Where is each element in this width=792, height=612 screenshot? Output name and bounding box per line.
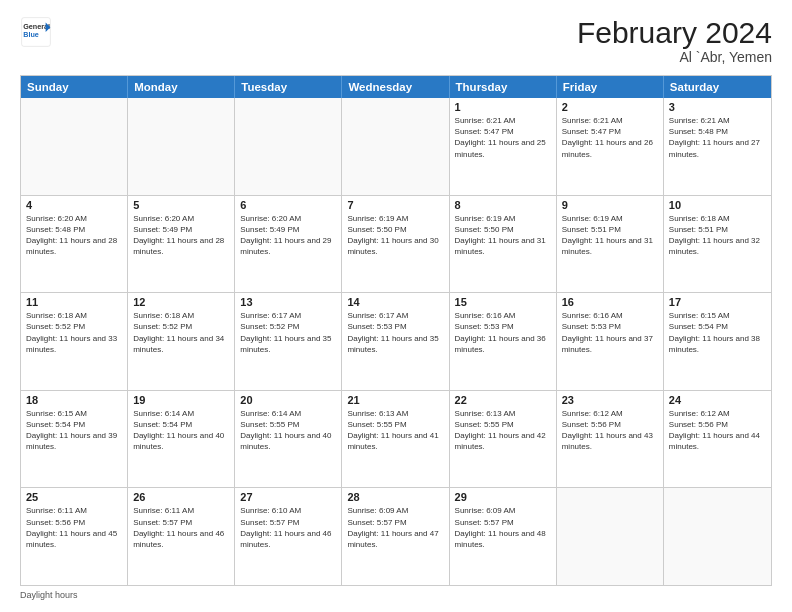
day-number: 13 bbox=[240, 296, 336, 308]
day-number: 4 bbox=[26, 199, 122, 211]
day-number: 28 bbox=[347, 491, 443, 503]
footer-note: Daylight hours bbox=[20, 590, 772, 600]
calendar-header-cell: Monday bbox=[128, 76, 235, 98]
day-number: 27 bbox=[240, 491, 336, 503]
page-subtitle: Al `Abr, Yemen bbox=[577, 49, 772, 65]
calendar-row: 4Sunrise: 6:20 AMSunset: 5:48 PMDaylight… bbox=[21, 195, 771, 293]
day-number: 6 bbox=[240, 199, 336, 211]
day-number: 29 bbox=[455, 491, 551, 503]
calendar-cell: 20Sunrise: 6:14 AMSunset: 5:55 PMDayligh… bbox=[235, 391, 342, 488]
cell-info: Sunrise: 6:20 AMSunset: 5:49 PMDaylight:… bbox=[240, 213, 336, 258]
calendar-row: 18Sunrise: 6:15 AMSunset: 5:54 PMDayligh… bbox=[21, 390, 771, 488]
calendar-cell: 27Sunrise: 6:10 AMSunset: 5:57 PMDayligh… bbox=[235, 488, 342, 585]
logo-icon: General Blue bbox=[20, 16, 52, 48]
calendar-cell: 19Sunrise: 6:14 AMSunset: 5:54 PMDayligh… bbox=[128, 391, 235, 488]
cell-info: Sunrise: 6:18 AMSunset: 5:51 PMDaylight:… bbox=[669, 213, 766, 258]
cell-info: Sunrise: 6:14 AMSunset: 5:55 PMDaylight:… bbox=[240, 408, 336, 453]
cell-info: Sunrise: 6:21 AMSunset: 5:48 PMDaylight:… bbox=[669, 115, 766, 160]
calendar-cell: 8Sunrise: 6:19 AMSunset: 5:50 PMDaylight… bbox=[450, 196, 557, 293]
day-number: 2 bbox=[562, 101, 658, 113]
header: General Blue February 2024 Al `Abr, Yeme… bbox=[20, 16, 772, 65]
calendar-row: 25Sunrise: 6:11 AMSunset: 5:56 PMDayligh… bbox=[21, 487, 771, 585]
day-number: 24 bbox=[669, 394, 766, 406]
calendar-header: SundayMondayTuesdayWednesdayThursdayFrid… bbox=[21, 76, 771, 98]
calendar-header-cell: Thursday bbox=[450, 76, 557, 98]
day-number: 7 bbox=[347, 199, 443, 211]
calendar-cell: 6Sunrise: 6:20 AMSunset: 5:49 PMDaylight… bbox=[235, 196, 342, 293]
calendar-cell: 9Sunrise: 6:19 AMSunset: 5:51 PMDaylight… bbox=[557, 196, 664, 293]
calendar-header-cell: Tuesday bbox=[235, 76, 342, 98]
calendar-cell: 13Sunrise: 6:17 AMSunset: 5:52 PMDayligh… bbox=[235, 293, 342, 390]
cell-info: Sunrise: 6:19 AMSunset: 5:51 PMDaylight:… bbox=[562, 213, 658, 258]
calendar-cell-empty bbox=[128, 98, 235, 195]
calendar-cell: 23Sunrise: 6:12 AMSunset: 5:56 PMDayligh… bbox=[557, 391, 664, 488]
calendar-cell: 18Sunrise: 6:15 AMSunset: 5:54 PMDayligh… bbox=[21, 391, 128, 488]
calendar-cell: 7Sunrise: 6:19 AMSunset: 5:50 PMDaylight… bbox=[342, 196, 449, 293]
day-number: 11 bbox=[26, 296, 122, 308]
calendar-cell-empty bbox=[235, 98, 342, 195]
calendar-body: 1Sunrise: 6:21 AMSunset: 5:47 PMDaylight… bbox=[21, 98, 771, 585]
calendar-cell: 28Sunrise: 6:09 AMSunset: 5:57 PMDayligh… bbox=[342, 488, 449, 585]
calendar-cell: 10Sunrise: 6:18 AMSunset: 5:51 PMDayligh… bbox=[664, 196, 771, 293]
calendar-row: 1Sunrise: 6:21 AMSunset: 5:47 PMDaylight… bbox=[21, 98, 771, 195]
calendar-cell: 12Sunrise: 6:18 AMSunset: 5:52 PMDayligh… bbox=[128, 293, 235, 390]
day-number: 9 bbox=[562, 199, 658, 211]
day-number: 26 bbox=[133, 491, 229, 503]
day-number: 1 bbox=[455, 101, 551, 113]
day-number: 20 bbox=[240, 394, 336, 406]
calendar-cell: 1Sunrise: 6:21 AMSunset: 5:47 PMDaylight… bbox=[450, 98, 557, 195]
day-number: 12 bbox=[133, 296, 229, 308]
cell-info: Sunrise: 6:11 AMSunset: 5:57 PMDaylight:… bbox=[133, 505, 229, 550]
day-number: 14 bbox=[347, 296, 443, 308]
cell-info: Sunrise: 6:15 AMSunset: 5:54 PMDaylight:… bbox=[669, 310, 766, 355]
cell-info: Sunrise: 6:09 AMSunset: 5:57 PMDaylight:… bbox=[455, 505, 551, 550]
day-number: 25 bbox=[26, 491, 122, 503]
calendar-header-cell: Saturday bbox=[664, 76, 771, 98]
calendar-row: 11Sunrise: 6:18 AMSunset: 5:52 PMDayligh… bbox=[21, 292, 771, 390]
day-number: 10 bbox=[669, 199, 766, 211]
cell-info: Sunrise: 6:21 AMSunset: 5:47 PMDaylight:… bbox=[562, 115, 658, 160]
cell-info: Sunrise: 6:17 AMSunset: 5:53 PMDaylight:… bbox=[347, 310, 443, 355]
cell-info: Sunrise: 6:20 AMSunset: 5:49 PMDaylight:… bbox=[133, 213, 229, 258]
day-number: 16 bbox=[562, 296, 658, 308]
calendar-header-cell: Friday bbox=[557, 76, 664, 98]
svg-text:Blue: Blue bbox=[23, 30, 39, 39]
cell-info: Sunrise: 6:13 AMSunset: 5:55 PMDaylight:… bbox=[347, 408, 443, 453]
calendar-cell: 29Sunrise: 6:09 AMSunset: 5:57 PMDayligh… bbox=[450, 488, 557, 585]
day-number: 23 bbox=[562, 394, 658, 406]
cell-info: Sunrise: 6:13 AMSunset: 5:55 PMDaylight:… bbox=[455, 408, 551, 453]
cell-info: Sunrise: 6:15 AMSunset: 5:54 PMDaylight:… bbox=[26, 408, 122, 453]
cell-info: Sunrise: 6:17 AMSunset: 5:52 PMDaylight:… bbox=[240, 310, 336, 355]
day-number: 21 bbox=[347, 394, 443, 406]
cell-info: Sunrise: 6:16 AMSunset: 5:53 PMDaylight:… bbox=[455, 310, 551, 355]
calendar-cell-empty bbox=[21, 98, 128, 195]
cell-info: Sunrise: 6:12 AMSunset: 5:56 PMDaylight:… bbox=[562, 408, 658, 453]
calendar-cell: 11Sunrise: 6:18 AMSunset: 5:52 PMDayligh… bbox=[21, 293, 128, 390]
footer-text: Daylight hours bbox=[20, 590, 78, 600]
day-number: 15 bbox=[455, 296, 551, 308]
calendar-cell: 24Sunrise: 6:12 AMSunset: 5:56 PMDayligh… bbox=[664, 391, 771, 488]
calendar-cell: 21Sunrise: 6:13 AMSunset: 5:55 PMDayligh… bbox=[342, 391, 449, 488]
cell-info: Sunrise: 6:21 AMSunset: 5:47 PMDaylight:… bbox=[455, 115, 551, 160]
cell-info: Sunrise: 6:18 AMSunset: 5:52 PMDaylight:… bbox=[133, 310, 229, 355]
calendar-cell: 4Sunrise: 6:20 AMSunset: 5:48 PMDaylight… bbox=[21, 196, 128, 293]
cell-info: Sunrise: 6:19 AMSunset: 5:50 PMDaylight:… bbox=[347, 213, 443, 258]
cell-info: Sunrise: 6:20 AMSunset: 5:48 PMDaylight:… bbox=[26, 213, 122, 258]
cell-info: Sunrise: 6:10 AMSunset: 5:57 PMDaylight:… bbox=[240, 505, 336, 550]
cell-info: Sunrise: 6:11 AMSunset: 5:56 PMDaylight:… bbox=[26, 505, 122, 550]
cell-info: Sunrise: 6:16 AMSunset: 5:53 PMDaylight:… bbox=[562, 310, 658, 355]
calendar-cell: 3Sunrise: 6:21 AMSunset: 5:48 PMDaylight… bbox=[664, 98, 771, 195]
cell-info: Sunrise: 6:09 AMSunset: 5:57 PMDaylight:… bbox=[347, 505, 443, 550]
calendar-cell: 16Sunrise: 6:16 AMSunset: 5:53 PMDayligh… bbox=[557, 293, 664, 390]
calendar-cell: 15Sunrise: 6:16 AMSunset: 5:53 PMDayligh… bbox=[450, 293, 557, 390]
cell-info: Sunrise: 6:19 AMSunset: 5:50 PMDaylight:… bbox=[455, 213, 551, 258]
calendar-cell: 25Sunrise: 6:11 AMSunset: 5:56 PMDayligh… bbox=[21, 488, 128, 585]
day-number: 19 bbox=[133, 394, 229, 406]
calendar-cell: 5Sunrise: 6:20 AMSunset: 5:49 PMDaylight… bbox=[128, 196, 235, 293]
day-number: 18 bbox=[26, 394, 122, 406]
day-number: 5 bbox=[133, 199, 229, 211]
calendar-header-cell: Wednesday bbox=[342, 76, 449, 98]
cell-info: Sunrise: 6:12 AMSunset: 5:56 PMDaylight:… bbox=[669, 408, 766, 453]
page: General Blue February 2024 Al `Abr, Yeme… bbox=[0, 0, 792, 612]
calendar-cell: 26Sunrise: 6:11 AMSunset: 5:57 PMDayligh… bbox=[128, 488, 235, 585]
